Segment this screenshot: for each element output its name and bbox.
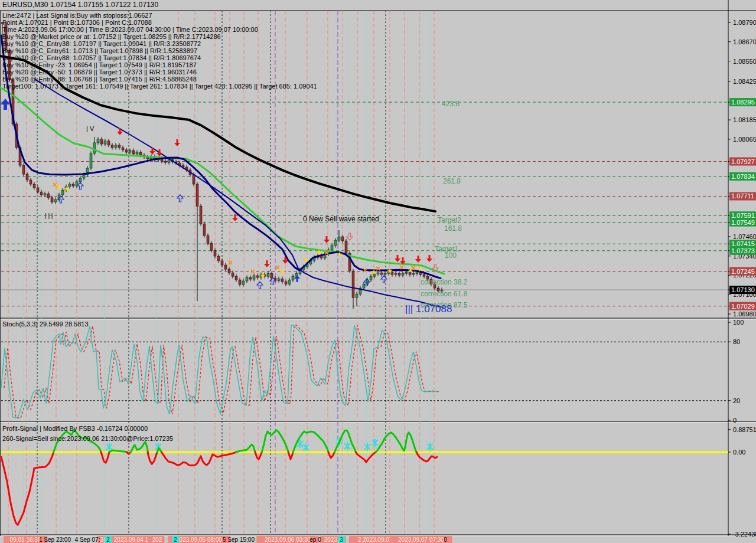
svg-text:×: ×: [411, 263, 416, 273]
svg-text:09.01 16:30: 09.01 16:30: [10, 537, 41, 543]
info-line-entry-88: Buy %20 @ Entry -88: 1.06768 || Target:1…: [2, 76, 197, 83]
svg-text:161.8: 161.8: [444, 224, 462, 233]
svg-text:1.07549: 1.07549: [731, 219, 755, 226]
stoch-label: Stoch(5,3,3) 29.5499 28.5813: [2, 320, 89, 328]
svg-text:1.07245: 1.07245: [731, 268, 755, 275]
info-line-buy-market: Buy %20 @ Market price or at: 1.07152 ||…: [2, 33, 221, 40]
info-line-targets: Target100: 1.07373 || Target 161: 1.0754…: [2, 83, 317, 90]
svg-text:★: ★: [303, 256, 309, 264]
svg-text:1.07711: 1.07711: [731, 192, 754, 199]
info-line-entry88: Buy %10 @ C_Entry88: 1.07057 || Target:1…: [2, 54, 201, 61]
svg-text:1.07029: 1.07029: [731, 303, 755, 310]
info-line-entry-23: Buy %10 @ Entry -23: 1.06954 || Target:1…: [2, 61, 197, 68]
info-line-times: Time A:2023.09.06 17:00:00 | Time B:2023…: [2, 26, 258, 33]
svg-text:×: ×: [324, 248, 329, 257]
svg-text:1.08790: 1.08790: [733, 19, 756, 26]
svg-text:Target2: Target2: [438, 216, 461, 224]
svg-text:1.08670: 1.08670: [733, 38, 756, 45]
svg-text:2023.09.04 1: 2023.09.04 1: [114, 537, 149, 543]
svg-text:100: 100: [733, 319, 744, 326]
svg-text:| | |: | | |: [45, 212, 53, 219]
svg-text:||| 1.07088: ||| 1.07088: [405, 303, 452, 315]
svg-text:5 Sep 15:00: 5 Sep 15:00: [223, 537, 255, 543]
svg-text:0.88751: 0.88751: [733, 426, 756, 433]
svg-text:0.00: 0.00: [733, 449, 745, 456]
svg-text:1.08550: 1.08550: [733, 58, 756, 65]
info-line-entry-50: Buy %20 @ Entry -50: 1.06879 || Target:1…: [2, 68, 197, 76]
svg-text:2023.09.06 03:30: 2023.09.06 03:30: [265, 537, 311, 543]
svg-text:0: 0: [733, 417, 737, 424]
svg-text:80: 80: [733, 338, 740, 345]
svg-text:423.6: 423.6: [442, 100, 460, 108]
chart-title-ohlc: EURUSD,M30 1.07154 1.07155 1.07122 1.071…: [2, 1, 158, 8]
profit-signal-status: 260-Signal=Sell since:2023.09.06 21:30:0…: [2, 435, 173, 442]
svg-text:×: ×: [250, 267, 255, 276]
svg-text:ep 0: ep 0: [309, 537, 321, 543]
profit-signal-label: Profit-Signal | Modified By FSB3 -0.1672…: [2, 425, 148, 432]
svg-text:★: ★: [418, 265, 424, 273]
svg-text:3: 3: [340, 537, 343, 543]
svg-text:★: ★: [279, 267, 286, 276]
svg-text:2023.09.07 07:30: 2023.09.07 07:30: [398, 537, 444, 543]
info-line-points: Point A:1.07021 | Point B:1.07306 | Poin…: [2, 19, 152, 26]
svg-text:×: ×: [275, 263, 280, 272]
svg-text:×: ×: [363, 266, 367, 275]
svg-text:0: 0: [444, 537, 447, 543]
svg-text:1 Sep 23:00: 1 Sep 23:00: [39, 537, 71, 543]
svg-text:correction 38.2: correction 38.2: [421, 278, 468, 286]
svg-text:★: ★: [316, 248, 322, 256]
svg-text:1.07373: 1.07373: [731, 247, 755, 254]
mt-chart-window: ★★★★★★★★★★★×××××××××1.087901.086701.0855…: [0, 0, 756, 543]
svg-text:2023.09.05 08:00: 2023.09.05 08:00: [176, 537, 222, 543]
svg-text:×: ×: [228, 258, 233, 267]
svg-text:★: ★: [337, 250, 343, 259]
svg-text:1.07460: 1.07460: [733, 233, 756, 240]
svg-text:0 New Sell wave started: 0 New Sell wave started: [303, 215, 379, 223]
svg-text:1.07130: 1.07130: [731, 286, 755, 293]
svg-text:1.06980: 1.06980: [733, 310, 756, 318]
time-axis[interactable]: 09.01 16:302(2023.09.04 120222023.09.05 …: [4, 536, 452, 543]
svg-text:20: 20: [733, 397, 740, 404]
svg-text:×: ×: [376, 264, 380, 273]
svg-text:202: 202: [152, 537, 162, 543]
svg-text:×: ×: [53, 180, 57, 189]
svg-text:2: 2: [174, 537, 177, 543]
svg-text:★: ★: [64, 185, 70, 193]
svg-text:1.08065: 1.08065: [733, 136, 756, 143]
info-line-entry38: Buy %10 @ C_Entry38: 1.07197 || Target:1…: [2, 40, 201, 47]
svg-text:×: ×: [399, 263, 404, 272]
svg-text:4 Sep 07:: 4 Sep 07:: [75, 537, 100, 543]
svg-text:1.07591: 1.07591: [731, 212, 755, 219]
svg-text:1.08185: 1.08185: [733, 116, 756, 123]
svg-text:100: 100: [445, 251, 457, 260]
info-line-signal: Line:2472 | Last Signal is:Buy with stop…: [2, 12, 152, 19]
svg-text:-3.22438: -3.22438: [733, 531, 756, 538]
svg-text:★: ★: [260, 272, 266, 280]
svg-text:1.07927: 1.07927: [731, 158, 755, 165]
svg-text:1.08425: 1.08425: [733, 78, 756, 85]
svg-text:correction 61.8: correction 61.8: [421, 290, 468, 298]
svg-text:261.8: 261.8: [443, 177, 461, 185]
svg-text:1.08295: 1.08295: [731, 99, 755, 106]
svg-text:★: ★: [387, 267, 393, 275]
info-line-entry61: Buy %10 @ C_Entry61: 1.0713 || Target:1.…: [2, 47, 197, 54]
svg-text:1.07834: 1.07834: [731, 173, 755, 180]
svg-text:1.07415: 1.07415: [731, 240, 755, 247]
svg-text:2: 2: [106, 537, 110, 543]
svg-text:| V: | V: [86, 125, 94, 132]
